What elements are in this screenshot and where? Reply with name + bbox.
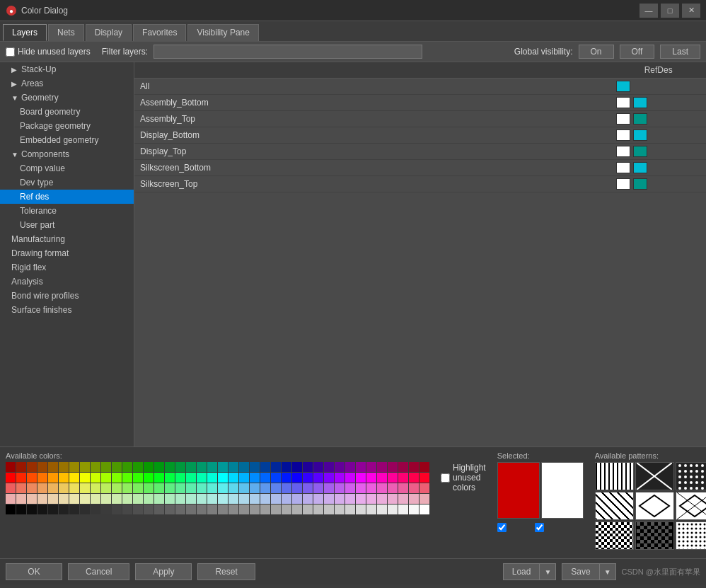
selected-swatch-red[interactable] [497,462,540,519]
color-cell[interactable] [218,483,228,493]
color-cell[interactable] [345,462,355,472]
pattern-diamond[interactable] [635,492,674,520]
highlight-unused-label[interactable]: Highlight unused colors [441,463,486,492]
color-cell[interactable] [345,473,355,483]
color-cell[interactable] [345,494,355,504]
color-cell[interactable] [144,462,154,472]
color-cell[interactable] [239,483,249,493]
color-cell[interactable] [313,505,323,514]
color-cell[interactable] [48,505,58,514]
color-cell[interactable] [218,462,228,472]
color-cell[interactable] [313,494,323,504]
close-button[interactable]: ✕ [682,4,700,18]
color-cell[interactable] [239,494,249,504]
sidebar-item-stack-up[interactable]: ▶ Stack-Up [0,62,134,76]
color-cell[interactable] [27,494,37,504]
color-cell[interactable] [16,483,26,493]
color-cell[interactable] [419,505,429,514]
maximize-button[interactable]: □ [661,4,679,18]
color-cell[interactable] [69,473,79,483]
sidebar-item-ref-des[interactable]: Ref des [0,190,134,204]
color-swatch-white[interactable] [616,129,630,141]
color-cell[interactable] [154,505,164,514]
color-cell[interactable] [356,483,366,493]
color-swatch-white[interactable] [616,146,630,157]
color-cell[interactable] [303,505,313,514]
load-dropdown-arrow[interactable]: ▼ [539,564,555,580]
color-cell[interactable] [282,473,291,483]
color-cell[interactable] [112,462,122,472]
color-cell[interactable] [303,473,313,483]
color-cell[interactable] [59,473,69,483]
color-cell[interactable] [398,462,408,472]
color-cell[interactable] [377,494,387,504]
pattern-diagonal[interactable] [595,492,634,520]
sidebar-item-geometry[interactable]: ▼ Geometry [0,91,134,105]
color-cell[interactable] [260,505,270,514]
color-cell[interactable] [37,473,47,483]
apply-button[interactable]: Apply [135,563,192,580]
sidebar-item-board-geometry[interactable]: Board geometry [0,105,134,119]
color-cell[interactable] [419,483,429,493]
tab-display[interactable]: Display [86,24,132,41]
color-cell[interactable] [356,462,366,472]
color-cell[interactable] [228,483,238,493]
color-cell[interactable] [91,462,100,472]
color-cell[interactable] [16,462,26,472]
color-cell[interactable] [324,462,334,472]
color-cell[interactable] [356,473,366,483]
color-cell[interactable] [250,473,260,483]
color-cell[interactable] [133,505,143,514]
pattern-checker-inv[interactable] [635,521,674,550]
table-row[interactable]: Silkscreen_Top [134,176,706,192]
color-cell[interactable] [366,473,376,483]
color-cell[interactable] [37,505,47,514]
pattern-dot-grid[interactable] [676,521,706,550]
color-cell[interactable] [250,494,260,504]
color-swatch-cyan[interactable] [633,97,647,108]
color-cell[interactable] [80,494,90,504]
color-cell[interactable] [388,505,398,514]
color-cell[interactable] [250,462,260,472]
sidebar-item-embedded-geometry[interactable]: Embedded geometry [0,133,134,147]
color-cell[interactable] [80,483,90,493]
color-cell[interactable] [154,462,164,472]
sidebar-item-surface-finishes[interactable]: Surface finishes [0,303,134,317]
color-cell[interactable] [48,462,58,472]
color-cell[interactable] [80,473,90,483]
color-cell[interactable] [419,473,429,483]
color-swatch-white[interactable] [616,97,630,108]
color-cell[interactable] [292,494,302,504]
color-swatch-teal[interactable] [633,178,647,190]
pattern-lines[interactable] [595,462,634,490]
color-cell[interactable] [335,494,345,504]
color-cell[interactable] [218,494,228,504]
load-button[interactable]: Load [504,564,540,580]
layer-refdes-color[interactable] [610,95,706,111]
layer-refdes-color[interactable] [610,79,706,95]
color-cell[interactable] [260,483,270,493]
color-cell[interactable] [207,462,217,472]
swatch-check1[interactable] [497,523,507,532]
color-cell[interactable] [101,462,111,472]
color-cell[interactable] [292,505,302,514]
color-cell[interactable] [419,494,429,504]
color-swatch-teal[interactable] [633,146,647,157]
color-cell[interactable] [377,505,387,514]
visibility-last-button[interactable]: Last [660,45,700,59]
color-cell[interactable] [335,483,345,493]
color-cell[interactable] [37,462,47,472]
color-cell[interactable] [101,473,111,483]
color-swatch-white[interactable] [616,178,630,190]
color-cell[interactable] [6,494,16,504]
color-cell[interactable] [165,462,175,472]
color-cell[interactable] [175,494,185,504]
color-cell[interactable] [207,505,217,514]
color-cell[interactable] [165,483,175,493]
color-cell[interactable] [27,462,37,472]
color-cell[interactable] [144,473,154,483]
color-cell[interactable] [175,473,185,483]
color-cell[interactable] [366,483,376,493]
color-cell[interactable] [37,494,47,504]
color-cell[interactable] [186,473,196,483]
